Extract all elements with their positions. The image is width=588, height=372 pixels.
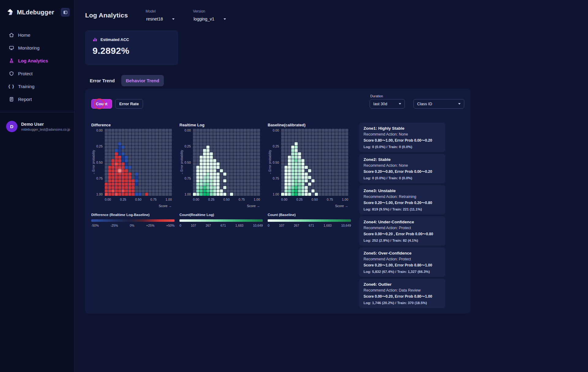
home-icon <box>9 32 14 38</box>
heatmap-cell <box>162 152 165 155</box>
heatmap-cell <box>132 186 135 189</box>
heatmap-cell <box>105 183 108 186</box>
heatmap-cell <box>145 139 148 142</box>
count-button[interactable]: Count <box>91 99 112 109</box>
heatmap-cell <box>145 169 148 172</box>
heatmap-cell <box>308 189 311 192</box>
sidebar-item-home[interactable]: Home <box>4 29 71 40</box>
heatmap-cell <box>335 132 338 135</box>
heatmap-cell <box>155 186 158 189</box>
heatmap-cell <box>298 189 301 192</box>
heatmap-cell <box>145 152 148 155</box>
heatmap-cell <box>115 162 118 166</box>
heatmap-cell <box>285 179 288 182</box>
model-select[interactable]: resnet18 <box>146 16 175 22</box>
sidebar-item-report[interactable]: Report <box>4 94 71 105</box>
heatmap-cell <box>128 132 131 135</box>
heatmap-cell <box>247 132 250 135</box>
heatmap-cell <box>149 162 152 166</box>
heatmap-cell <box>328 173 331 176</box>
sidebar-item-log-analytics[interactable]: Log Analytics <box>4 55 71 66</box>
heatmap-cell <box>200 183 203 186</box>
heatmap-cell <box>250 166 253 169</box>
version-select[interactable]: logging_v1 <box>193 16 227 22</box>
heatmap-cell <box>122 162 125 166</box>
heatmap-cell <box>335 169 338 172</box>
heatmap-grid[interactable] <box>193 129 260 196</box>
heatmap-cell <box>240 132 243 135</box>
heatmap-grid[interactable] <box>281 129 348 196</box>
heatmap-cell <box>135 156 138 159</box>
legend-title: Difference (Realtime Log-Baseline) <box>91 213 175 217</box>
heatmap-cell <box>285 162 288 166</box>
heatmap-cell <box>142 183 145 186</box>
sidebar-item-protect[interactable]: Protect <box>4 68 71 79</box>
heatmap-cell <box>145 173 148 176</box>
heatmap-cell <box>118 173 121 176</box>
heatmap-cell <box>295 173 298 176</box>
heatmap-cell <box>142 142 145 145</box>
sidebar-collapse-button[interactable] <box>61 8 70 17</box>
tab-error-trend[interactable]: Error Trend <box>85 75 119 86</box>
heatmap-cell <box>135 149 138 152</box>
heatmap-cell <box>122 189 125 192</box>
heatmap-cell <box>308 149 311 152</box>
sidebar-item-monitoring[interactable]: Monitoring <box>4 42 71 53</box>
zones-column: Zone1: Highly StableRecommend Action: No… <box>359 123 445 308</box>
heatmap-cell <box>298 193 301 196</box>
heatmap-cell <box>105 149 108 152</box>
heatmap-cell <box>223 179 226 182</box>
heatmap-cell <box>345 193 348 196</box>
heatmap-cell <box>227 193 230 196</box>
error-rate-button[interactable]: Error Rate <box>115 99 143 109</box>
heatmap-cell <box>118 183 121 186</box>
heatmap-cell <box>322 132 325 135</box>
heatmap-cell <box>230 146 233 149</box>
heatmap-cell <box>342 156 345 159</box>
heatmap-cell <box>162 166 165 169</box>
heatmap-cell <box>162 179 165 182</box>
heatmap-grid[interactable] <box>105 129 172 196</box>
heatmap-cell <box>318 189 321 192</box>
legend-tick-label: 107 <box>279 224 285 227</box>
heatmap-cell <box>288 152 291 155</box>
class-id-select[interactable]: Class ID <box>413 99 464 109</box>
heatmap-cell <box>162 139 165 142</box>
heatmap-cell <box>254 179 257 182</box>
heatmap-cell <box>233 162 236 166</box>
heatmap-cell <box>105 189 108 192</box>
heatmap-cell <box>220 189 223 192</box>
heatmap-cell <box>338 129 341 132</box>
heatmap-cell <box>254 142 257 145</box>
heatmap-cell <box>213 176 216 179</box>
heatmap-cell <box>345 162 348 166</box>
tab-behavior-trend[interactable]: Behavior Trend <box>121 75 164 86</box>
heatmap-cell <box>152 193 155 196</box>
heatmap-cell <box>295 166 298 169</box>
heatmap-cell <box>152 166 155 169</box>
heatmap-cell <box>111 156 115 159</box>
zone-title: Zone4: Under-Confidence <box>364 220 441 224</box>
heatmap-cell <box>291 183 294 186</box>
heatmap-cell <box>105 186 108 189</box>
heatmap-cell <box>149 149 152 152</box>
heatmap-cell <box>149 186 152 189</box>
heatmap-cell <box>288 136 291 139</box>
heatmap-cell <box>135 132 138 135</box>
duration-select[interactable]: last 30d <box>370 99 405 109</box>
heatmap-cell <box>220 179 223 182</box>
sidebar-item-training[interactable]: { } Training <box>4 81 71 92</box>
heatmap-cell <box>227 189 230 192</box>
heatmap-cell <box>338 179 341 182</box>
heatmap-cell <box>203 186 206 189</box>
heatmap-cell <box>305 156 308 159</box>
heatmap-cell <box>301 186 304 189</box>
heatmap-cell <box>196 173 199 176</box>
user-profile[interactable]: D Demo User mldebugger_test@adansons.co.… <box>0 112 74 141</box>
heatmap-cell <box>325 142 328 145</box>
heatmap-cell <box>138 173 141 176</box>
axis-tick-label: 0.50 <box>272 161 279 164</box>
heatmap-cell <box>315 149 318 152</box>
heatmap-cell <box>128 173 131 176</box>
heatmap-cell <box>132 129 135 132</box>
